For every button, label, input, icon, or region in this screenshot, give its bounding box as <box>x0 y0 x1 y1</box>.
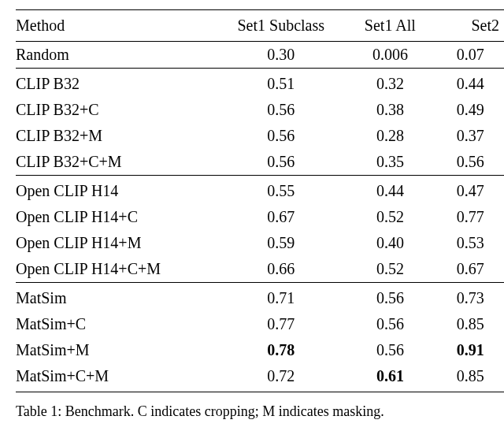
method-cell: Open CLIP H14+C+M <box>16 256 219 283</box>
col-subclass-header: Set1 Subclass <box>219 10 343 42</box>
col-set2-header: Set2 <box>437 10 504 42</box>
table-caption: Table 1: Benchmark. C indicates cropping… <box>16 403 504 420</box>
subclass-cell: 0.56 <box>219 97 343 123</box>
method-cell: MatSim+C+M <box>16 363 219 392</box>
subclass-cell: 0.56 <box>219 149 343 176</box>
all-cell: 0.44 <box>343 176 437 205</box>
table-row: Open CLIP H14+C+M0.660.520.67 <box>16 256 504 283</box>
subclass-cell: 0.59 <box>219 230 343 256</box>
method-cell: MatSim+C <box>16 311 219 337</box>
method-cell: Random <box>16 42 219 69</box>
set2-cell: 0.49 <box>437 97 504 123</box>
table-body: Random0.300.0060.07CLIP B320.510.320.44C… <box>16 42 504 392</box>
set2-cell: 0.85 <box>437 311 504 337</box>
set2-cell: 0.47 <box>437 176 504 205</box>
table-row: Open CLIP H14+C0.670.520.77 <box>16 204 504 230</box>
subclass-cell: 0.66 <box>219 256 343 283</box>
table-row: CLIP B32+C+M0.560.350.56 <box>16 149 504 176</box>
subclass-cell: 0.56 <box>219 123 343 149</box>
all-cell: 0.52 <box>343 256 437 283</box>
subclass-cell: 0.71 <box>219 283 343 312</box>
subclass-cell: 0.72 <box>219 363 343 392</box>
set2-cell: 0.67 <box>437 256 504 283</box>
set2-cell: 0.85 <box>437 363 504 392</box>
set2-cell: 0.91 <box>437 337 504 363</box>
table-row: CLIP B32+C0.560.380.49 <box>16 97 504 123</box>
col-all-header: Set1 All <box>343 10 437 42</box>
set2-cell: 0.44 <box>437 69 504 98</box>
subclass-cell: 0.78 <box>219 337 343 363</box>
method-cell: CLIP B32+C+M <box>16 149 219 176</box>
method-cell: Open CLIP H14+C <box>16 204 219 230</box>
set2-cell: 0.37 <box>437 123 504 149</box>
method-cell: CLIP B32 <box>16 69 219 98</box>
col-method-header: Method <box>16 10 219 42</box>
subclass-cell: 0.67 <box>219 204 343 230</box>
method-cell: CLIP B32+C <box>16 97 219 123</box>
results-table: Method Set1 Subclass Set1 All Set2 Rando… <box>16 9 504 392</box>
all-cell: 0.40 <box>343 230 437 256</box>
set2-cell: 0.53 <box>437 230 504 256</box>
all-cell: 0.28 <box>343 123 437 149</box>
subclass-cell: 0.30 <box>219 42 343 69</box>
set2-cell: 0.77 <box>437 204 504 230</box>
set2-cell: 0.73 <box>437 283 504 312</box>
method-cell: Open CLIP H14 <box>16 176 219 205</box>
table-row: MatSim+C+M0.720.610.85 <box>16 363 504 392</box>
set2-cell: 0.07 <box>437 42 504 69</box>
table-row: CLIP B320.510.320.44 <box>16 69 504 98</box>
all-cell: 0.32 <box>343 69 437 98</box>
table-row: Open CLIP H14+M0.590.400.53 <box>16 230 504 256</box>
set2-cell: 0.56 <box>437 149 504 176</box>
method-cell: Open CLIP H14+M <box>16 230 219 256</box>
all-cell: 0.35 <box>343 149 437 176</box>
all-cell: 0.56 <box>343 311 437 337</box>
table-row: Open CLIP H140.550.440.47 <box>16 176 504 205</box>
method-cell: MatSim <box>16 283 219 312</box>
table-row: MatSim0.710.560.73 <box>16 283 504 312</box>
table-row: MatSim+C0.770.560.85 <box>16 311 504 337</box>
all-cell: 0.56 <box>343 283 437 312</box>
method-cell: MatSim+M <box>16 337 219 363</box>
all-cell: 0.56 <box>343 337 437 363</box>
table-row: Random0.300.0060.07 <box>16 42 504 69</box>
all-cell: 0.52 <box>343 204 437 230</box>
all-cell: 0.38 <box>343 97 437 123</box>
all-cell: 0.61 <box>343 363 437 392</box>
header-row: Method Set1 Subclass Set1 All Set2 <box>16 10 504 42</box>
all-cell: 0.006 <box>343 42 437 69</box>
table-row: MatSim+M0.780.560.91 <box>16 337 504 363</box>
method-cell: CLIP B32+M <box>16 123 219 149</box>
table-row: CLIP B32+M0.560.280.37 <box>16 123 504 149</box>
subclass-cell: 0.51 <box>219 69 343 98</box>
subclass-cell: 0.77 <box>219 311 343 337</box>
subclass-cell: 0.55 <box>219 176 343 205</box>
